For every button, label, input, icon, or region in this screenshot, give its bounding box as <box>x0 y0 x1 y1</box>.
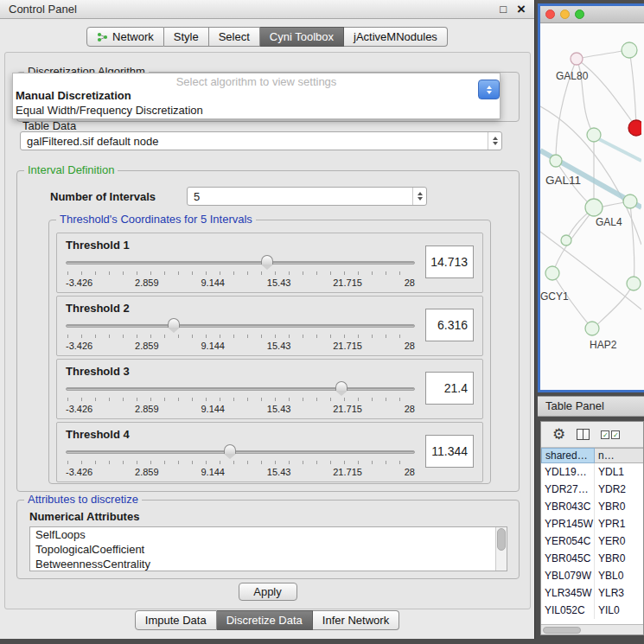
slider-scale: -3.426 2.859 9.144 15.43 21.715 28 <box>66 341 415 351</box>
attributes-list[interactable]: SelfLoops TopologicalCoefficient Between… <box>29 526 507 571</box>
list-item[interactable]: BetweennessCentrality <box>30 557 507 571</box>
cell: YBL079W <box>541 567 595 584</box>
dropdown-option-manual-discretization[interactable]: Manual Discretization <box>13 88 500 103</box>
window-titlebar[interactable]: Control Panel □ × <box>0 0 534 19</box>
columns-icon[interactable] <box>577 429 590 440</box>
table-row[interactable]: YBR043CYBR0 <box>541 498 643 515</box>
algorithm-combo-stepper[interactable] <box>478 80 500 99</box>
thick-edge <box>594 137 641 161</box>
network-node[interactable] <box>623 194 637 208</box>
slider-ticks <box>67 271 413 275</box>
network-canvas[interactable]: GAL80 GAL11 GAL4 GCY1 HAP2 <box>540 24 644 390</box>
number-of-intervals-label: Number of Intervals <box>50 190 156 203</box>
network-node[interactable] <box>561 235 571 245</box>
gear-icon[interactable]: ⚙ <box>552 427 565 442</box>
threshold-value-field[interactable]: 6.316 <box>425 309 474 341</box>
float-window-button[interactable]: □ <box>500 3 507 15</box>
table-data-select[interactable]: galFiltered.sif default node <box>20 131 502 150</box>
select-attributes-icon[interactable]: ✓ ✓ <box>601 430 620 439</box>
scale-label: 2.859 <box>135 467 159 477</box>
table-row[interactable]: YBR045CYBR0 <box>541 550 643 567</box>
tab-style[interactable]: Style <box>164 27 209 47</box>
cell: YBL0 <box>595 567 643 584</box>
slider-thumb[interactable] <box>261 255 273 265</box>
horizontal-scrollbar[interactable] <box>541 624 643 634</box>
cell: YLR345W <box>541 584 595 602</box>
number-of-intervals-select[interactable]: 5 <box>187 187 427 206</box>
tab-infer-network[interactable]: Infer Network <box>313 610 399 630</box>
threshold-value-field[interactable]: 21.4 <box>425 372 474 405</box>
node-label: GAL4 <box>596 216 622 228</box>
column-header-shared-name[interactable]: shared… <box>541 448 595 463</box>
network-view-window: GAL80 GAL11 GAL4 GCY1 HAP2 <box>538 3 644 392</box>
scale-label: 2.859 <box>135 277 159 288</box>
table-row[interactable]: YDR27…YDR2 <box>541 481 643 498</box>
threshold-label: Threshold 2 <box>66 302 130 315</box>
scrollbar-thumb[interactable] <box>543 627 581 634</box>
network-node[interactable] <box>545 266 559 280</box>
cell: YBR043C <box>541 498 595 515</box>
table-row[interactable]: YER054CYER0 <box>541 532 643 550</box>
scrollbar-thumb[interactable] <box>497 528 506 551</box>
tab-select[interactable]: Select <box>209 27 260 47</box>
attributes-group: Attributes to discretize Numerical Attri… <box>16 500 520 579</box>
node-label: GAL80 <box>556 70 589 82</box>
threshold-slider[interactable]: -3.426 2.859 9.144 15.43 21.715 28 <box>66 317 415 355</box>
scale-label: 21.715 <box>333 404 362 414</box>
table-row[interactable]: YDL19…YDL1 <box>541 463 643 481</box>
scale-label: 21.715 <box>333 467 362 477</box>
slider-track[interactable] <box>66 324 415 328</box>
threshold-value-field[interactable]: 14.713 <box>425 245 474 278</box>
slider-thumb[interactable] <box>335 381 348 391</box>
table-row[interactable]: YIL052CYIL0 <box>541 602 643 619</box>
network-node[interactable] <box>585 199 603 216</box>
group-title: Attributes to discretize <box>24 493 142 506</box>
table-data-label: Table Data <box>22 119 76 132</box>
network-node-selected[interactable] <box>628 120 641 136</box>
tab-jactivemodules[interactable]: jActiveMNodules <box>344 27 448 47</box>
threshold-slider[interactable]: -3.426 2.859 9.144 15.43 21.715 28 <box>66 443 415 481</box>
slider-track[interactable] <box>66 450 415 454</box>
slider-track[interactable] <box>66 261 415 265</box>
threshold-slider[interactable]: -3.426 2.859 9.144 15.43 21.715 28 <box>66 380 415 418</box>
table-header-row: shared… n… <box>541 448 643 463</box>
network-node[interactable] <box>571 53 583 65</box>
network-node[interactable] <box>627 277 641 290</box>
tab-label: Discretize Data <box>226 614 303 627</box>
close-window-button[interactable]: × <box>517 2 526 16</box>
table-data-value: galFiltered.sif default node <box>21 135 488 148</box>
table-row[interactable]: YBL079WYBL0 <box>541 567 643 584</box>
slider-track[interactable] <box>66 387 415 391</box>
checkbox-icon: ✓ <box>611 430 620 439</box>
scale-label: 15.43 <box>267 467 291 477</box>
network-window-titlebar[interactable] <box>540 6 644 23</box>
zoom-button[interactable] <box>575 10 584 19</box>
tab-discretize-data[interactable]: Discretize Data <box>217 610 313 630</box>
thresholds-group: Threshold's Coordinates for 5 Intervals … <box>48 220 491 484</box>
threshold-value-field[interactable]: 11.344 <box>425 435 474 468</box>
network-node[interactable] <box>587 128 601 142</box>
tab-impute-data[interactable]: Impute Data <box>135 610 217 630</box>
list-scrollbar[interactable] <box>495 527 507 571</box>
slider-thumb[interactable] <box>224 444 236 454</box>
minimize-button[interactable] <box>560 10 570 19</box>
network-node[interactable] <box>550 155 562 167</box>
close-button[interactable] <box>545 10 555 19</box>
table-row[interactable]: YLR345WYLR3 <box>541 584 643 602</box>
network-node[interactable] <box>585 322 599 335</box>
network-node[interactable] <box>622 42 637 58</box>
list-item[interactable]: TopologicalCoefficient <box>30 542 507 557</box>
threshold-slider[interactable]: -3.426 2.859 9.144 15.43 21.715 28 <box>66 254 415 292</box>
stepper-icon[interactable] <box>488 132 501 150</box>
cell: YER0 <box>595 532 643 550</box>
list-item[interactable]: SelfLoops <box>30 527 507 542</box>
tab-cyni-toolbox[interactable]: Cyni Toolbox <box>260 27 344 47</box>
tab-network[interactable]: Network <box>86 27 164 47</box>
cell: YLR3 <box>595 584 643 602</box>
dropdown-option-equal-width[interactable]: Equal Width/Frequency Discretization <box>13 103 500 118</box>
column-header-name[interactable]: n… <box>595 448 643 463</box>
table-row[interactable]: YPR145WYPR1 <box>541 515 643 532</box>
stepper-icon[interactable] <box>412 188 426 205</box>
slider-thumb[interactable] <box>168 318 180 328</box>
apply-button[interactable]: Apply <box>239 583 297 601</box>
